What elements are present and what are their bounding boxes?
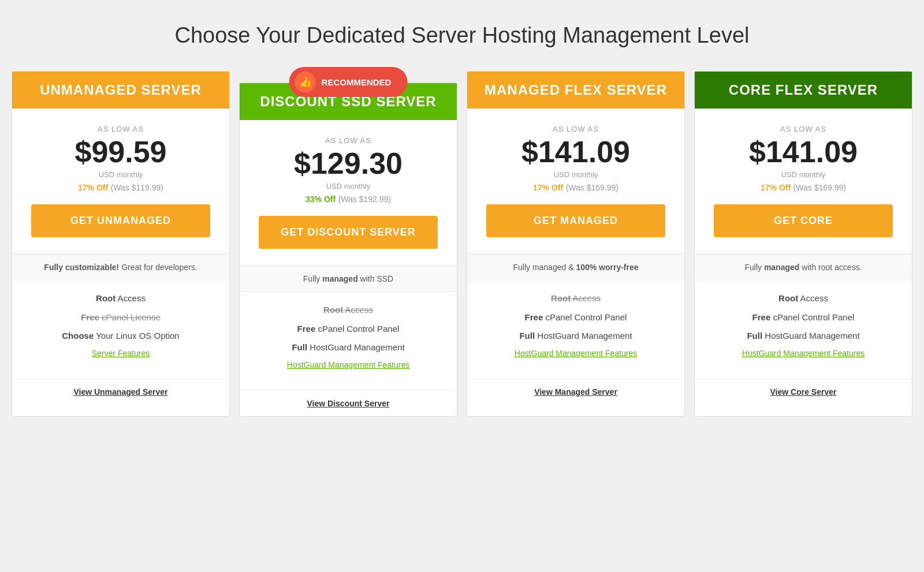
page-title: Choose Your Dedicated Server Hosting Man…: [12, 23, 912, 48]
usd-monthly-label: USD monthly: [249, 182, 448, 190]
as-low-as-label: AS LOW AS: [21, 125, 220, 133]
was-price: (Was $169.99): [793, 183, 846, 192]
view-link[interactable]: View Discount Server: [240, 390, 457, 416]
feature-item: Free cPanel Control Panel: [249, 323, 448, 336]
price-display: $129.30: [249, 148, 448, 178]
discount-line: 17% Off (Was $169.99): [704, 182, 903, 193]
card-features: Root Access Free cPanel License Choose Y…: [12, 281, 229, 379]
usd-monthly-label: USD monthly: [21, 170, 220, 179]
feature-item: Choose Your Linux OS Option: [21, 330, 220, 343]
recommended-label: RECOMMENDED: [322, 77, 392, 87]
card-tagline: Fully managed & 100% worry-free: [467, 254, 684, 281]
feature-item: Full HostGuard Management: [249, 341, 448, 354]
card-features: Root Access Free cPanel Control Panel Fu…: [467, 281, 684, 379]
card-tagline: Fully managed with SSD: [240, 266, 457, 292]
was-price: (Was $119.99): [111, 183, 163, 192]
feature-item: Root Access: [21, 292, 220, 305]
discount-badge: 17% Off: [78, 183, 108, 192]
feature-item: Free cPanel Control Panel: [704, 311, 903, 324]
cta-button[interactable]: GET UNMANAGED: [31, 204, 210, 237]
feature-item: Free cPanel License: [21, 311, 220, 324]
card-pricing: AS LOW AS $129.30 USD monthly 33% Off (W…: [240, 120, 457, 266]
card-header: MANAGED FLEX SERVER: [467, 72, 684, 109]
card-header: UNMANAGED SERVER: [12, 72, 229, 109]
as-low-as-label: AS LOW AS: [249, 136, 448, 145]
discount-badge: 17% Off: [761, 183, 791, 192]
was-price: (Was $192.99): [338, 195, 391, 204]
card-features: Root Access Free cPanel Control Panel Fu…: [240, 292, 457, 390]
card-header: CORE FLEX SERVER: [695, 72, 912, 109]
feature-item: Free cPanel Control Panel: [476, 311, 675, 324]
discount-line: 33% Off (Was $192.99): [249, 194, 448, 204]
card-pricing: AS LOW AS $141.09 USD monthly 17% Off (W…: [695, 109, 912, 254]
feature-item: Full HostGuard Management: [476, 330, 675, 343]
card-header-title: UNMANAGED SERVER: [21, 82, 220, 98]
was-price: (Was $169.99): [566, 183, 619, 192]
card-tagline: Fully customizable! Great for developers…: [12, 254, 229, 281]
cta-button[interactable]: GET DISCOUNT SERVER: [259, 216, 438, 249]
card-managed-flex: MANAGED FLEX SERVER AS LOW AS $141.09 US…: [467, 71, 685, 417]
card-core-flex: CORE FLEX SERVER AS LOW AS $141.09 USD m…: [694, 71, 912, 417]
price-display: $99.59: [21, 137, 220, 167]
cta-button[interactable]: GET MANAGED: [486, 204, 665, 237]
cta-button[interactable]: GET CORE: [714, 204, 893, 237]
as-low-as-label: AS LOW AS: [476, 125, 675, 133]
view-link[interactable]: View Managed Server: [467, 379, 684, 405]
usd-monthly-label: USD monthly: [476, 170, 675, 179]
card-header-title: MANAGED FLEX SERVER: [476, 82, 675, 98]
as-low-as-label: AS LOW AS: [704, 125, 903, 133]
thumbs-up-icon: 👍: [295, 72, 316, 92]
discount-badge: 33% Off: [305, 195, 336, 204]
view-link[interactable]: View Core Server: [695, 379, 912, 405]
features-link[interactable]: Server Features: [21, 349, 220, 358]
feature-item: Root Access: [476, 292, 675, 305]
discount-line: 17% Off (Was $169.99): [476, 182, 675, 193]
cards-container: UNMANAGED SERVER AS LOW AS $99.59 USD mo…: [12, 71, 912, 417]
features-link[interactable]: HostGuard Management Features: [249, 360, 448, 369]
card-features: Root Access Free cPanel Control Panel Fu…: [695, 281, 912, 379]
card-discount-ssd: 👍 RECOMMENDED DISCOUNT SSD SERVER AS LOW…: [239, 83, 457, 417]
price-display: $141.09: [476, 137, 675, 167]
price-display: $141.09: [704, 137, 903, 167]
card-unmanaged: UNMANAGED SERVER AS LOW AS $99.59 USD mo…: [12, 71, 230, 417]
feature-item: Root Access: [249, 304, 448, 317]
discount-badge: 17% Off: [533, 183, 563, 192]
card-pricing: AS LOW AS $141.09 USD monthly 17% Off (W…: [467, 109, 684, 254]
recommended-badge: 👍 RECOMMENDED: [289, 67, 408, 97]
card-tagline: Fully managed with root access.: [695, 254, 912, 281]
feature-item: Root Access: [704, 292, 903, 305]
discount-line: 17% Off (Was $119.99): [21, 182, 220, 193]
features-link[interactable]: HostGuard Management Features: [476, 349, 675, 358]
view-link[interactable]: View Unmanaged Server: [12, 379, 229, 405]
card-header-title: CORE FLEX SERVER: [704, 82, 903, 98]
card-pricing: AS LOW AS $99.59 USD monthly 17% Off (Wa…: [12, 109, 229, 254]
feature-item: Full HostGuard Management: [704, 330, 903, 343]
usd-monthly-label: USD monthly: [704, 170, 903, 179]
features-link[interactable]: HostGuard Management Features: [704, 349, 903, 358]
